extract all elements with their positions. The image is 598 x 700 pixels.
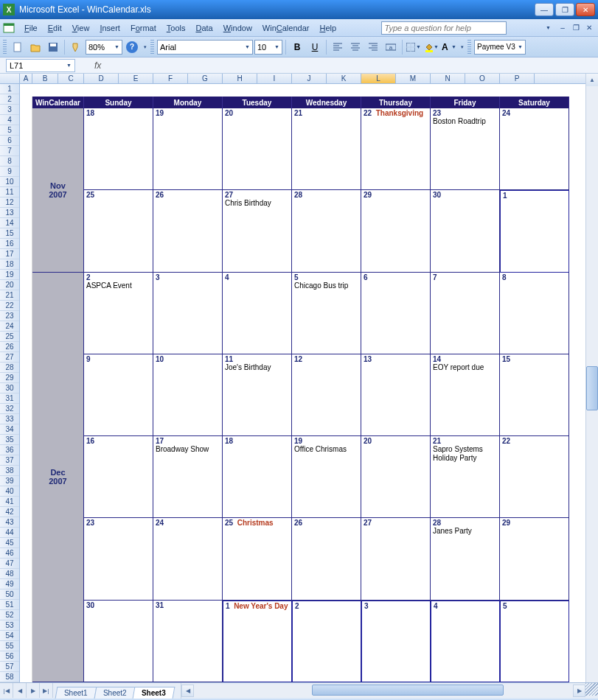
format-painter-icon[interactable] [68,39,84,55]
row-header-18[interactable]: 18 [0,259,19,270]
horizontal-scroll-thumb[interactable] [312,685,504,696]
hscroll-left-button[interactable]: ◀ [181,685,194,697]
col-header-P[interactable]: P [500,74,535,83]
hscroll-right-button[interactable]: ▶ [573,685,585,697]
row-header-16[interactable]: 16 [0,239,19,249]
scroll-up-button[interactable]: ▲ [586,74,598,86]
row-header-40[interactable]: 40 [0,486,19,497]
row-header-33[interactable]: 33 [0,414,19,424]
row-header-45[interactable]: 45 [0,538,19,548]
calendar-day-cell[interactable]: 25 Christmas [223,518,292,600]
toolbar-overflow-icon[interactable]: ▾ [144,44,147,50]
col-header-D[interactable]: D [84,74,119,83]
row-header-57[interactable]: 57 [0,662,19,672]
calendar-day-cell[interactable]: 26 [153,190,223,272]
fx-icon[interactable]: fx [94,60,101,71]
row-header-58[interactable]: 58 [0,672,19,682]
mdi-close-button[interactable]: ✕ [583,23,595,33]
row-header-26[interactable]: 26 [0,342,19,352]
align-center-icon[interactable] [347,39,364,55]
calendar-day-cell[interactable]: 29 [500,518,569,600]
calendar-day-cell[interactable]: 7 [431,273,500,354]
row-header-17[interactable]: 17 [0,249,19,259]
row-header-29[interactable]: 29 [0,373,19,383]
calendar-day-cell[interactable]: 19Office Chrismas [292,436,361,518]
menu-wincalendar[interactable]: WinCalendar [257,22,315,34]
calendar-day-cell[interactable]: 10 [153,354,223,436]
col-header-E[interactable]: E [119,74,153,83]
sheet-tab-sheet2[interactable]: Sheet2 [94,687,136,699]
calendar-day-cell[interactable]: 30 [84,601,153,682]
row-header-32[interactable]: 32 [0,404,19,414]
sheet-body[interactable]: WinCalendarSundayMondayTuesdayWednesdayT… [20,84,585,682]
calendar-day-cell[interactable]: 20 [361,436,431,518]
calendar-day-cell[interactable]: 5Chicago Bus trip [292,273,361,354]
tab-nav-prev[interactable]: ◀ [13,683,27,698]
row-header-36[interactable]: 36 [0,445,19,455]
row-header-37[interactable]: 37 [0,455,19,466]
calendar-day-cell[interactable]: 16 [84,436,153,518]
row-header-19[interactable]: 19 [0,270,19,280]
calendar-day-cell[interactable]: 3 [153,273,223,354]
col-header-F[interactable]: F [153,74,188,83]
toolbar-grip[interactable] [3,40,7,55]
vertical-scrollbar[interactable]: ▲ ▼ [585,74,598,682]
minimize-button[interactable]: — [535,3,554,16]
align-right-icon[interactable] [365,39,381,55]
menu-help[interactable]: Help [314,22,341,34]
borders-icon[interactable]: ▼ [406,39,422,55]
col-header-K[interactable]: K [327,74,361,83]
row-header-13[interactable]: 13 [0,208,19,218]
calendar-day-cell[interactable]: 17Broadway Show [153,436,223,518]
calendar-day-cell[interactable]: 25 [84,190,153,272]
calendar-day-cell[interactable]: 28 [292,190,361,272]
horizontal-scrollbar[interactable]: ◀ ▶ [181,683,585,699]
col-header-G[interactable]: G [188,74,223,83]
row-header-55[interactable]: 55 [0,641,19,651]
font-combobox[interactable]: Arial▼ [157,40,253,55]
sheet-tab-sheet3[interactable]: Sheet3 [133,687,175,699]
menu-file[interactable]: File [19,22,43,34]
col-header-H[interactable]: H [223,74,257,83]
calendar-day-cell[interactable]: 18 [84,108,153,190]
row-header-24[interactable]: 24 [0,321,19,332]
menu-edit[interactable]: Edit [43,22,67,34]
col-header-C[interactable]: C [58,74,84,83]
row-header-31[interactable]: 31 [0,393,19,404]
row-header-48[interactable]: 48 [0,569,19,579]
row-header-10[interactable]: 10 [0,177,19,187]
toolbar-grip-2[interactable] [150,40,154,55]
col-header-N[interactable]: N [431,74,465,83]
calendar-day-cell[interactable]: 29 [361,190,431,272]
row-header-9[interactable]: 9 [0,167,19,177]
tab-nav-next[interactable]: ▶ [27,683,40,698]
row-header-51[interactable]: 51 [0,600,19,610]
calendar-day-cell[interactable]: 1 [500,190,569,272]
menu-data[interactable]: Data [190,22,218,34]
row-header-39[interactable]: 39 [0,476,19,486]
row-header-14[interactable]: 14 [0,218,19,228]
calendar-day-cell[interactable]: 31 [153,601,223,682]
menu-format[interactable]: Format [125,22,161,34]
align-left-icon[interactable] [330,39,346,55]
row-header-2[interactable]: 2 [0,94,19,105]
row-header-34[interactable]: 34 [0,424,19,435]
maximize-button[interactable]: ❐ [555,3,574,16]
font-size-combobox[interactable]: 10▼ [254,40,282,55]
toolbar-grip-3[interactable] [467,40,471,55]
row-header-11[interactable]: 11 [0,187,19,197]
calendar-day-cell[interactable]: 12 [292,354,361,436]
row-header-12[interactable]: 12 [0,197,19,208]
mdi-minimize-button[interactable]: – [557,23,569,33]
row-header-52[interactable]: 52 [0,610,19,620]
row-header-3[interactable]: 3 [0,105,19,115]
row-header-1[interactable]: 1 [0,84,19,94]
close-button[interactable]: ✕ [576,3,595,16]
calendar-day-cell[interactable]: 30 [431,190,500,272]
col-header-J[interactable]: J [292,74,327,83]
calendar-day-cell[interactable]: 4 [431,601,500,682]
calendar-day-cell[interactable]: 6 [361,273,431,354]
fill-color-icon[interactable]: ▼ [423,39,439,55]
row-header-27[interactable]: 27 [0,352,19,363]
new-file-icon[interactable] [10,39,26,55]
